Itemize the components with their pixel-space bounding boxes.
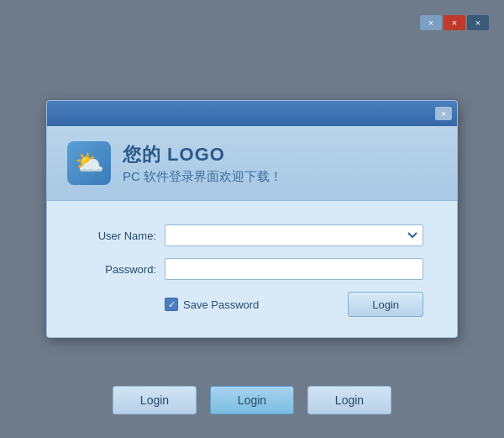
bottom-button-bar: Login Login Login [113, 386, 391, 414]
bottom-login-button-2[interactable]: Login [210, 386, 294, 414]
logo-icon: ⛅ [67, 141, 111, 185]
password-input[interactable] [165, 258, 423, 280]
username-select[interactable] [165, 224, 423, 246]
dialog-close-button[interactable]: × [435, 107, 452, 120]
login-dialog: × ⛅ 您的 LOGO PC 软件登录界面欢迎下载！ User Name: Pa… [46, 100, 458, 338]
outer-minimize-button[interactable]: × [420, 15, 442, 30]
logo-name: 您的 LOGO [123, 142, 282, 167]
dialog-header: ⛅ 您的 LOGO PC 软件登录界面欢迎下载！ [47, 126, 457, 201]
save-password-label: Save Password [183, 298, 259, 311]
header-subtitle: PC 软件登录界面欢迎下载！ [123, 169, 282, 185]
dialog-body: User Name: Password: Save Password Login [47, 201, 457, 337]
outer-close-dark-button[interactable]: × [467, 15, 489, 30]
save-password-checkbox[interactable] [165, 298, 178, 311]
save-password-area: Save Password [165, 298, 348, 311]
form-bottom-row: Save Password Login [81, 292, 423, 317]
username-label: User Name: [81, 230, 156, 242]
header-text-area: 您的 LOGO PC 软件登录界面欢迎下载！ [123, 142, 282, 185]
logo-cloud-symbol: ⛅ [75, 151, 104, 175]
password-row: Password: [81, 258, 423, 280]
bottom-login-button-1[interactable]: Login [113, 386, 197, 414]
outer-close-red-button[interactable]: × [444, 15, 465, 30]
bottom-login-button-3[interactable]: Login [307, 386, 391, 414]
outer-window-controls: × × × [420, 15, 489, 30]
login-button[interactable]: Login [348, 292, 423, 317]
username-row: User Name: [81, 224, 423, 246]
password-label: Password: [81, 263, 156, 276]
login-button-container: Login [348, 292, 423, 317]
dialog-titlebar: × [47, 101, 457, 126]
